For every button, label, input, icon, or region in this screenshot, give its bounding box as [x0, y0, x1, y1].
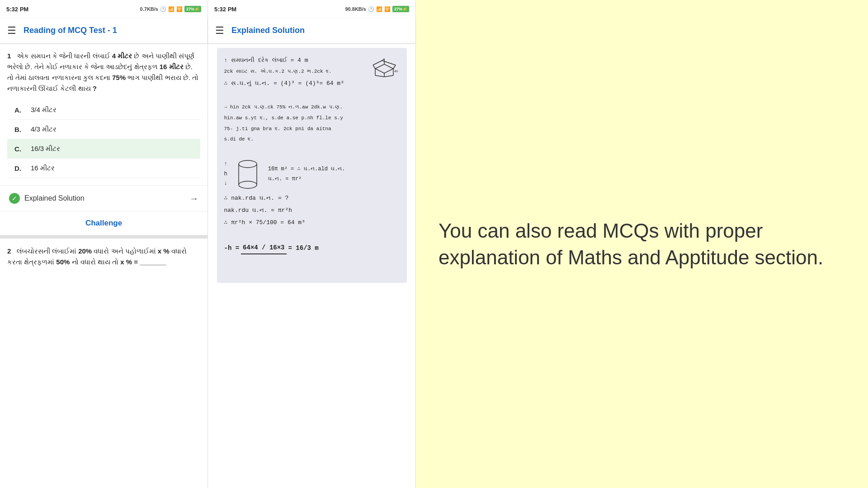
explained-label: Explained Solution	[24, 194, 85, 202]
network-speed-2: 90.8KB/s	[345, 6, 366, 12]
solution-content: ↑ સમઘનની દરેક લંબાઈ = 4 m 2ck સાઇટ સ. એ.…	[217, 48, 407, 283]
option-b[interactable]: B. 4/3 મીટર	[7, 120, 200, 139]
options-list-1: A. 3/4 મીટર B. 4/3 મીટર C. 16/3 મીટર D. …	[7, 100, 200, 178]
svg-line-4	[375, 75, 384, 77]
promo-panel: You can also read MCQs with proper expla…	[416, 0, 868, 488]
sol-line-8: ∴ nak.rda ઘ.ન. = ?	[224, 193, 400, 203]
mcq-content: 1 એક સમઘન કે જેની ધારની લંબાઈ 4 મીટર છે …	[0, 43, 208, 488]
sol-line-10: ∴ πr²h × 75/100 = 64 m³	[224, 217, 400, 228]
question-2-block: 2 લંબચોરસની લંબાઈમાં 20% વધારો અને પહોળા…	[0, 239, 208, 275]
cube-svg: 4m	[371, 55, 398, 78]
svg-line-7	[373, 65, 375, 69]
time-1: 5:32 PM	[6, 6, 28, 13]
cylinder-svg	[236, 159, 259, 190]
sol-spacer-1	[224, 91, 400, 101]
time-2: 5:32 PM	[214, 6, 236, 13]
menu-icon-1[interactable]: ☰	[7, 25, 16, 37]
app-title-1: Reading of MCQ Test - 1	[24, 26, 117, 35]
sol-line-3: ∴ સ.ઘ.નું ઘ.ન. = (4)³ = (4)³= 64 m³	[224, 78, 400, 89]
sim-icon: 📶	[168, 6, 175, 12]
arrow-right-icon: →	[189, 193, 198, 204]
phone-explained-solution: 5:32 PM 90.8KB/s 🕐 📶 🛜 27%⚡ ☰ Explained …	[208, 0, 416, 488]
status-bar-2: 5:32 PM 90.8KB/s 🕐 📶 🛜 27%⚡	[208, 0, 415, 18]
wifi-icon: 🛜	[176, 6, 183, 12]
sim-icon-2: 📶	[376, 6, 382, 12]
battery-1: 27%⚡	[184, 6, 201, 12]
svg-text:4m: 4m	[394, 69, 398, 73]
clock-icon-2: 🕐	[368, 6, 374, 12]
challenge-button[interactable]: Challenge	[0, 211, 208, 239]
svg-marker-0	[375, 64, 393, 73]
sol-line-9: nak.rdu ઘ.ન. = πr²h	[224, 205, 400, 216]
sol-diagram: ↑ h ↓ 16π m² = ∴ ઘ.ન.ald ઘ.ન. ઘ.ન. = πr²	[224, 159, 400, 190]
option-d[interactable]: D. 16 મીટર	[7, 159, 200, 178]
status-icons-2: 90.8KB/s 🕐 📶 🛜 27%⚡	[345, 6, 409, 12]
sol-line-5: hin.aw s.yt ছ., s.de a.se p.nh fl.le s.y	[224, 114, 400, 123]
explained-solution-button[interactable]: ✓ Explained Solution →	[0, 186, 208, 211]
question-1-block: 1 એક સમઘન કે જેની ધારની લંબાઈ 4 મીટર છે …	[0, 43, 208, 186]
check-circle-icon: ✓	[9, 193, 20, 204]
option-c[interactable]: C. 16/3 મીટર	[7, 139, 200, 159]
sol-line-7: s.di de ছ.	[224, 135, 400, 144]
app-bar-1: ☰ Reading of MCQ Test - 1	[0, 18, 208, 43]
menu-icon-2[interactable]: ☰	[215, 25, 224, 37]
question-1-number: 1	[7, 52, 11, 60]
network-speed-1: 0.7KB/s	[140, 6, 158, 12]
svg-line-9	[373, 61, 382, 65]
clock-icon: 🕐	[160, 6, 166, 12]
sol-answer: -h = 64×4 / 16×3 = 16/3 m	[224, 242, 400, 254]
question-2-number: 2	[7, 247, 11, 255]
promo-text: You can also read MCQs with proper expla…	[439, 217, 845, 271]
svg-point-14	[239, 181, 257, 188]
sol-line-6: 75- j.ti gna bra ছ. 2ck pni da aitna	[224, 125, 400, 134]
app-title-2: Explained Solution	[231, 26, 305, 35]
status-icons-1: 0.7KB/s 🕐 📶 🛜 27%⚡	[140, 6, 201, 12]
option-a[interactable]: A. 3/4 મીટર	[7, 100, 200, 120]
solution-image-area: 4m ↑ સમઘનની દરેક લંબાઈ = 4 m 2ck સાઇટ સ.…	[208, 43, 415, 488]
app-bar-2: ☰ Explained Solution	[208, 18, 415, 43]
svg-line-5	[384, 75, 393, 77]
svg-point-13	[239, 160, 257, 168]
sol-line-4: → hin 2ck પ.ણ.ck 75% ન.ળ.aw 2dk.w પ.ણ.	[224, 103, 400, 112]
wifi-icon-2: 🛜	[384, 6, 391, 12]
sol-spacer-2	[224, 146, 400, 156]
question-2-text: લંબચોરસની લંબાઈમાં 20% વધારો અને પહોળાઈમ…	[7, 247, 187, 266]
solution-paper: 4m ↑ સમઘનની દરેક લંબાઈ = 4 m 2ck સાઇટ સ.…	[217, 48, 407, 283]
phone-mcq-test: 5:32 PM 0.7KB/s 🕐 📶 🛜 27%⚡ ☰ Reading of …	[0, 0, 208, 488]
sol-spacer-3	[224, 230, 400, 240]
battery-2: 27%⚡	[392, 6, 409, 12]
svg-line-8	[393, 65, 396, 69]
status-bar-1: 5:32 PM 0.7KB/s 🕐 📶 🛜 27%⚡	[0, 0, 208, 18]
question-1-text: એક સમઘન કે જેની ધારની લંબાઈ 4 મીટર છે અન…	[7, 52, 198, 92]
